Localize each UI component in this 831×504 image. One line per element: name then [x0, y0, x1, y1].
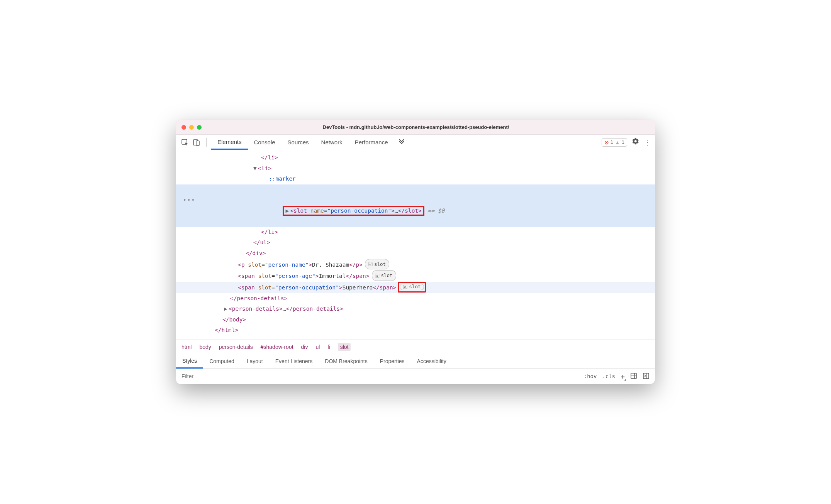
subtab-event-listeners[interactable]: Event Listeners [269, 354, 319, 369]
inspect-element-icon[interactable] [180, 137, 190, 147]
expand-arrow-icon[interactable]: ▼ [253, 163, 258, 174]
svg-rect-7 [643, 373, 649, 379]
issues-badge[interactable]: ⊗1 ▲1 [602, 138, 627, 147]
toggle-sidebar-icon[interactable] [643, 372, 650, 381]
svg-rect-6 [631, 373, 636, 379]
minimize-window-button[interactable] [189, 125, 194, 130]
traffic-lights [181, 125, 202, 130]
devtools-window: DevTools - mdn.github.io/web-components-… [176, 120, 655, 384]
dom-line[interactable]: <span slot="person-age">Immortal</span>s… [176, 270, 655, 282]
dom-line[interactable]: </div> [176, 248, 655, 259]
warning-icon: ▲ [615, 139, 620, 145]
breadcrumb-item[interactable]: li [327, 344, 330, 350]
toolbar-right: ⊗1 ▲1 ⋮ [602, 137, 651, 147]
titlebar: DevTools - mdn.github.io/web-components-… [176, 120, 655, 135]
close-window-button[interactable] [181, 125, 186, 130]
dom-line[interactable]: </ul> [176, 237, 655, 248]
breadcrumb-item[interactable]: html [181, 344, 192, 350]
subtab-properties[interactable]: Properties [374, 354, 411, 369]
divider [206, 138, 207, 147]
dom-line[interactable]: ▼<li> [176, 163, 655, 174]
error-count: 1 [611, 139, 613, 145]
styles-filter-bar: :hov .cls + [176, 369, 655, 384]
device-toolbar-icon[interactable] [192, 137, 202, 147]
breadcrumbs: html body person-details #shadow-root di… [176, 340, 655, 354]
subtab-dom-breakpoints[interactable]: DOM Breakpoints [319, 354, 373, 369]
dom-line[interactable]: ▶<person-details>…</person-details> [176, 304, 655, 315]
toggle-cls-button[interactable]: .cls [602, 373, 615, 379]
tab-elements[interactable]: Elements [211, 135, 248, 150]
dom-line[interactable]: </body> [176, 315, 655, 325]
styles-filter-input[interactable] [176, 369, 578, 384]
settings-gear-icon[interactable] [632, 137, 639, 147]
breadcrumb-item[interactable]: #shadow-root [261, 344, 293, 350]
subtab-styles[interactable]: Styles [176, 354, 203, 369]
breadcrumb-item[interactable]: body [199, 344, 211, 350]
expand-arrow-icon[interactable]: ▶ [224, 304, 229, 315]
dom-line[interactable]: <p slot="person-name">Dr. Shazaam</p>slo… [176, 259, 655, 271]
more-tabs-button[interactable] [394, 135, 409, 150]
computed-styles-icon[interactable] [630, 372, 637, 381]
dom-selected-line[interactable]: ••• ▶<slot name="person-occupation">…</s… [176, 184, 655, 227]
dom-line[interactable]: </person-details> [176, 293, 655, 304]
subtab-layout[interactable]: Layout [241, 354, 269, 369]
subtab-accessibility[interactable]: Accessibility [411, 354, 453, 369]
new-style-rule-button[interactable]: + [621, 372, 625, 381]
maximize-window-button[interactable] [197, 125, 202, 130]
dom-line[interactable]: ::marker [176, 174, 655, 184]
dom-line[interactable]: <span slot="person-occupation">Superhero… [176, 282, 655, 293]
main-toolbar: Elements Console Sources Network Perform… [176, 135, 655, 150]
reveal-slot-badge[interactable]: slot [400, 284, 424, 290]
error-icon: ⊗ [604, 139, 609, 145]
breadcrumb-item[interactable]: person-details [219, 344, 253, 350]
elements-tree[interactable]: </li> ▼<li> ::marker ••• ▶<slot name="pe… [176, 150, 655, 340]
reveal-slot-badge[interactable]: slot [372, 270, 396, 281]
reveal-slot-badge[interactable]: slot [365, 259, 389, 270]
warning-count: 1 [622, 139, 624, 145]
highlight-annotation: slot [398, 282, 426, 292]
tab-performance[interactable]: Performance [349, 135, 394, 150]
panel-tabs: Elements Console Sources Network Perform… [211, 135, 409, 150]
tab-network[interactable]: Network [315, 135, 349, 150]
breadcrumb-item[interactable]: slot [338, 343, 351, 351]
dom-line[interactable]: </html> [176, 325, 655, 336]
dom-line[interactable]: </li> [176, 152, 655, 163]
toggle-hov-button[interactable]: :hov [584, 373, 597, 379]
row-actions-icon[interactable]: ••• [183, 195, 195, 206]
breadcrumb-item[interactable]: div [301, 344, 308, 350]
svg-rect-2 [196, 141, 199, 145]
dom-line[interactable]: </li> [176, 227, 655, 238]
breadcrumb-item[interactable]: ul [315, 344, 320, 350]
subtab-computed[interactable]: Computed [203, 354, 241, 369]
expand-arrow-icon[interactable]: ▶ [285, 207, 290, 215]
window-title: DevTools - mdn.github.io/web-components-… [202, 124, 650, 130]
tab-console[interactable]: Console [248, 135, 282, 150]
styles-subtabs: Styles Computed Layout Event Listeners D… [176, 354, 655, 369]
more-options-icon[interactable]: ⋮ [644, 138, 651, 147]
tab-sources[interactable]: Sources [282, 135, 315, 150]
highlight-annotation: ▶<slot name="person-occupation">…</slot> [283, 206, 424, 216]
